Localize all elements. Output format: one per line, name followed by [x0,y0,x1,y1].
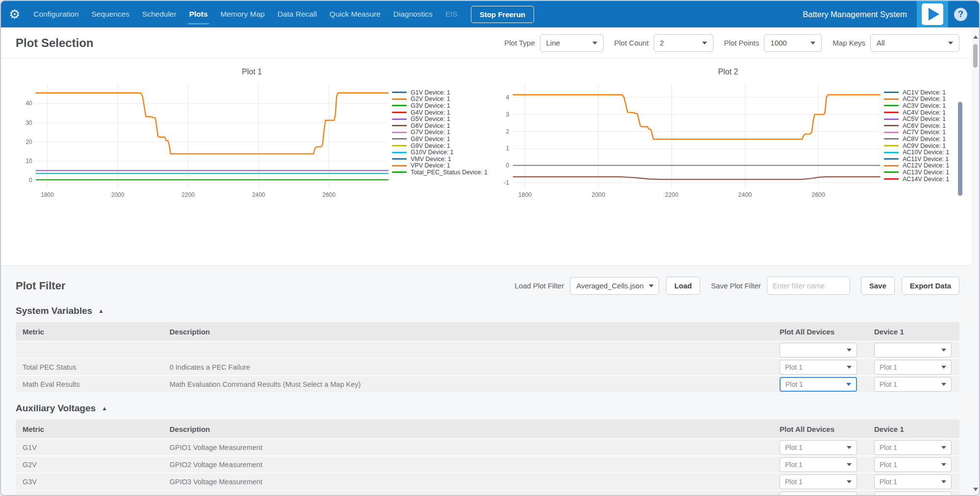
device1-select[interactable]: Plot 1 [874,377,952,392]
legend-item-g8v-device-1[interactable]: G8V Device: 1 [392,136,490,142]
load-button[interactable]: Load [666,277,700,295]
nav-item-scheduler[interactable]: Scheduler [142,10,176,19]
legend-item-g4v-device-1[interactable]: G4V Device: 1 [392,109,490,116]
legend-label: AC6V Device: 1 [903,122,946,129]
scrollbar-down-icon[interactable] [973,488,978,491]
legend-label: AC3V Device: 1 [903,102,946,109]
svg-text:30: 30 [25,119,32,126]
plot-1-title: Plot 1 [14,68,490,76]
plot-all-select[interactable]: Plot 1 [780,360,857,375]
legend-swatch-icon [392,145,407,146]
nav-item-eis[interactable]: EIS [445,10,458,19]
legend-item-ac5v-device-1[interactable]: AC5V Device: 1 [884,116,966,122]
collapse-icon[interactable]: ▲ [101,405,107,412]
stop-freerun-button[interactable]: Stop Freerun [471,6,534,23]
page-scrollbar[interactable] [972,28,979,495]
legend-item-ac7v-device-1[interactable]: AC7V Device: 1 [884,129,966,136]
help-icon[interactable]: ? [954,8,967,21]
legend-item-ac1v-device-1[interactable]: AC1V Device: 1 [884,89,966,96]
legend-item-g1v-device-1[interactable]: G1V Device: 1 [392,89,490,96]
export-data-button[interactable]: Export Data [902,277,959,295]
plot-all-select[interactable]: Plot 1 [780,474,857,489]
save-filter-input[interactable] [767,277,850,295]
legend-label: AC10V Device: 1 [903,149,949,156]
legend-item-ac14v-device-1[interactable]: AC14V Device: 1 [884,176,966,183]
legend-label: AC11V Device: 1 [903,156,949,163]
scrollbar-thumb[interactable] [973,44,978,68]
collapse-icon[interactable]: ▲ [98,307,104,314]
nav-item-data-recall[interactable]: Data Recall [277,10,317,19]
device1-select[interactable]: Plot 1 [874,492,952,496]
plot-type-select[interactable]: Line [540,34,604,52]
legend-scrollbar-thumb[interactable] [958,102,962,196]
legend-item-ac10v-device-1[interactable]: AC10V Device: 1 [884,149,966,156]
legend-swatch-icon [884,98,899,100]
legend-item-g7v-device-1[interactable]: G7V Device: 1 [392,129,490,136]
plot-all-select[interactable]: Plot 1 [780,492,857,496]
svg-text:1: 1 [506,145,509,152]
nav-item-diagnostics[interactable]: Diagnostics [393,10,433,19]
plot-all-select[interactable]: Plot 1 [780,457,857,472]
plot-all-select-value: Plot 1 [785,380,803,388]
legend-item-g3v-device-1[interactable]: G3V Device: 1 [392,102,490,109]
map-keys-select[interactable]: All [870,34,959,52]
save-button[interactable]: Save [861,277,895,295]
legend-swatch-icon [884,112,899,113]
gear-icon[interactable]: ⚙ [9,8,20,21]
legend-label: VPV Device: 1 [411,162,450,169]
legend-item-g5v-device-1[interactable]: G5V Device: 1 [392,116,490,122]
legend-item-ac8v-device-1[interactable]: AC8V Device: 1 [884,136,966,142]
plot-all-select[interactable] [780,343,857,357]
legend-item-ac3v-device-1[interactable]: AC3V Device: 1 [884,102,966,109]
legend-item-ac2v-device-1[interactable]: AC2V Device: 1 [884,96,966,103]
plot-2-chart[interactable]: -10123418002000220024002600 [490,78,884,202]
plot-1-chart[interactable]: 01020304018002000220024002600 [14,78,392,202]
device1-select[interactable]: Plot 1 [874,474,952,489]
device1-select[interactable]: Plot 1 [874,457,952,472]
table-row: Math Eval ResultsMath Evaluation Command… [16,375,959,392]
plot-all-select[interactable]: Plot 1 [780,440,857,455]
legend-item-g10v-device-1[interactable]: G10V Device: 1 [392,149,490,156]
legend-item-g9v-device-1[interactable]: G9V Device: 1 [392,142,490,149]
nav-item-sequences[interactable]: Sequences [92,10,130,19]
app-title: Battery Management System [803,10,907,19]
legend-label: Total_PEC_Status Device: 1 [411,169,488,176]
svg-text:2000: 2000 [111,191,124,198]
legend-label: G3V Device: 1 [411,102,450,109]
legend-swatch-icon [392,132,407,133]
nav-item-plots[interactable]: Plots [189,10,208,19]
nav-item-memory-map[interactable]: Memory Map [220,10,265,19]
plot-2-title: Plot 2 [490,68,966,76]
legend-item-g2v-device-1[interactable]: G2V Device: 1 [392,96,490,103]
chevron-down-icon [941,463,946,466]
legend-item-vmv-device-1[interactable]: VMV Device: 1 [392,156,490,163]
plot-all-select[interactable]: Plot 1 [780,377,857,392]
plot-count-select[interactable]: 2 [654,34,713,52]
legend-item-ac4v-device-1[interactable]: AC4V Device: 1 [884,109,966,116]
legend-item-total-pec-status-device-1[interactable]: Total_PEC_Status Device: 1 [392,169,490,176]
plot-points-select[interactable]: 1000 [764,34,822,52]
legend-item-g6v-device-1[interactable]: G6V Device: 1 [392,122,490,129]
load-filter-select[interactable]: Averaged_Cells.json [570,277,659,295]
plot-count-value: 2 [660,39,664,47]
nav-item-configuration[interactable]: Configuration [33,10,78,19]
device1-select[interactable]: Plot 1 [874,360,952,375]
legend-item-ac13v-device-1[interactable]: AC13V Device: 1 [884,169,966,176]
legend-item-ac6v-device-1[interactable]: AC6V Device: 1 [884,122,966,129]
legend-item-ac11v-device-1[interactable]: AC11V Device: 1 [884,156,966,163]
section-title: System Variables [16,306,92,316]
load-filter-value: Averaged_Cells.json [576,282,643,290]
nav-item-quick-measure[interactable]: Quick Measure [329,10,380,19]
play-button[interactable] [917,1,948,27]
device1-select[interactable]: Plot 1 [874,440,952,455]
svg-text:2600: 2600 [811,191,825,198]
legend-swatch-icon [392,158,407,160]
legend-item-ac9v-device-1[interactable]: AC9V Device: 1 [884,142,966,149]
scrollbar-up-icon[interactable] [973,35,978,39]
svg-text:2400: 2400 [252,191,265,198]
play-icon [929,8,939,21]
legend-swatch-icon [884,125,899,126]
legend-item-vpv-device-1[interactable]: VPV Device: 1 [392,163,490,169]
legend-item-ac12v-device-1[interactable]: AC12V Device: 1 [884,163,966,169]
device1-select[interactable] [874,343,952,357]
